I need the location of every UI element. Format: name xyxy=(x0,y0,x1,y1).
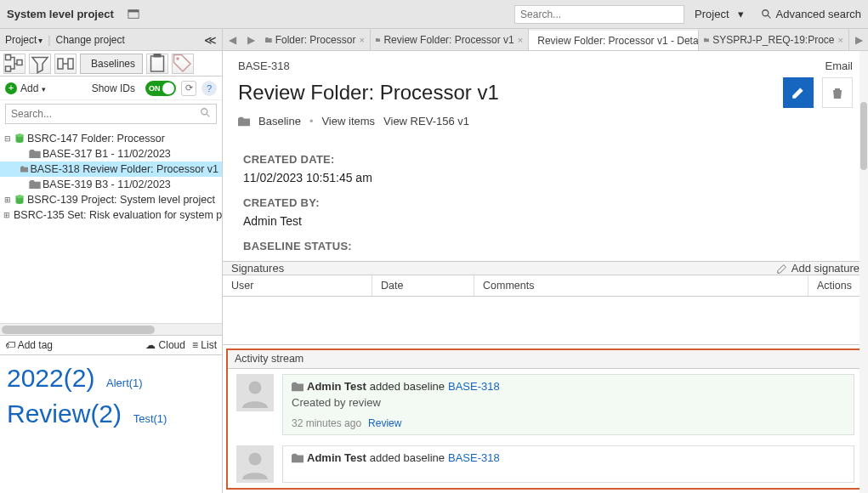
delete-button[interactable] xyxy=(822,77,853,108)
svg-rect-5 xyxy=(6,66,11,71)
tree-label: BSRC-139 Project: System level project xyxy=(27,194,215,206)
svg-line-14 xyxy=(207,114,210,117)
tag-toolbar: 🏷 Add tag ☁ Cloud ≡ List xyxy=(0,335,222,355)
crumb-baseline[interactable]: Baseline xyxy=(258,115,301,128)
tag-cloud-button[interactable]: ☁ Cloud xyxy=(145,339,185,351)
tab[interactable]: Review Folder: Processor v1× xyxy=(371,29,529,50)
activity-item: Admin Test added baseline BASE-318 xyxy=(228,440,863,488)
tree-row[interactable]: ⊞ BSRC-139 Project: System level project xyxy=(0,192,222,207)
tree-label: BASE-319 B3 - 11/02/2023 xyxy=(43,178,171,190)
refresh-icon[interactable]: ⟳ xyxy=(181,81,196,96)
tree-label: BASE-318 Review Folder: Processor v1 xyxy=(30,163,218,175)
tool-clipboard-icon[interactable] xyxy=(146,54,168,74)
activity-review-link[interactable]: Review xyxy=(368,417,401,429)
content-scrollbar[interactable] xyxy=(859,51,868,493)
folder-icon xyxy=(292,382,304,392)
collapse-sidebar-icon[interactable]: ≪ xyxy=(204,33,217,47)
search-icon xyxy=(200,107,212,122)
signatures-columns: User Date Comments Actions xyxy=(223,275,868,297)
svg-rect-1 xyxy=(128,9,139,12)
project-dropdown[interactable]: Project▾ xyxy=(5,34,43,46)
show-ids-toggle[interactable]: ON xyxy=(145,81,176,96)
sidebar: Project▾ | Change project ≪ Baselines + … xyxy=(0,29,223,493)
tree-row[interactable]: ⊞ BSRC-135 Set: Risk evaluation for syst… xyxy=(0,207,222,223)
sidebar-toolbar: Baselines xyxy=(0,51,222,76)
activity-time: 32 minutes ago xyxy=(292,417,361,429)
tag-review[interactable]: Review(2) xyxy=(7,400,122,428)
tool-releases-icon[interactable] xyxy=(54,54,77,74)
add-signature-link[interactable]: Add signature xyxy=(776,262,859,275)
col-comments: Comments xyxy=(474,275,808,296)
tool-tag-icon[interactable] xyxy=(172,54,194,74)
svg-rect-6 xyxy=(17,60,22,65)
breadcrumb: Baseline • View items View REV-156 v1 xyxy=(223,115,868,138)
tab-label: Folder: Processor xyxy=(275,34,356,46)
activity-target-link[interactable]: BASE-318 xyxy=(448,451,500,464)
tree-row[interactable]: ⊟ BSRC-147 Folder: Processor xyxy=(0,131,222,146)
activity-body: Admin Test added baseline BASE-318 xyxy=(282,445,854,483)
expander-icon[interactable]: ⊟ xyxy=(3,134,12,143)
tab[interactable]: SYSPRJ-P_REQ-19:Proce× xyxy=(699,29,849,50)
window-icon[interactable] xyxy=(128,8,139,20)
tag-test[interactable]: Test(1) xyxy=(133,412,167,425)
folder-icon xyxy=(704,36,709,44)
activity-stream-panel: Activity stream Admin Test added baselin… xyxy=(226,348,865,490)
avatar xyxy=(236,374,274,411)
close-icon[interactable]: × xyxy=(838,35,843,45)
close-icon[interactable]: × xyxy=(518,35,523,45)
crumb-view-rev[interactable]: View REV-156 v1 xyxy=(383,115,469,128)
add-button[interactable]: Add ▾ xyxy=(20,82,46,94)
svg-rect-8 xyxy=(68,59,73,69)
help-icon[interactable]: ? xyxy=(201,81,217,96)
advanced-search-link[interactable]: Advanced search xyxy=(757,8,861,20)
tag-list-button[interactable]: ≡ List xyxy=(192,339,217,351)
email-link[interactable]: Email xyxy=(825,60,853,72)
tab-scroll-right[interactable]: ▶ xyxy=(241,29,260,50)
activity-item: Admin Test added baseline BASE-318 Creat… xyxy=(228,369,863,440)
tag-alert[interactable]: Alert(1) xyxy=(106,377,143,389)
add-tag-link[interactable]: 🏷 Add tag xyxy=(5,339,53,351)
tab-scroll-right-end[interactable]: ▶ xyxy=(849,29,868,50)
main-panel: ◀ ▶ Folder: Processor×Review Folder: Pro… xyxy=(223,29,868,493)
add-plus-icon[interactable]: + xyxy=(5,82,17,94)
tool-filter-icon[interactable] xyxy=(29,54,51,74)
sidebar-search-input[interactable] xyxy=(5,104,217,124)
show-ids-label: Show IDs xyxy=(92,82,135,94)
tab-bar: ◀ ▶ Folder: Processor×Review Folder: Pro… xyxy=(223,29,868,51)
tab-label: SYSPRJ-P_REQ-19:Proce xyxy=(712,34,834,46)
tree-label: BASE-317 B1 - 11/02/2023 xyxy=(43,148,171,160)
activity-body: Admin Test added baseline BASE-318 Creat… xyxy=(282,374,854,435)
tool-baselines-button[interactable]: Baselines xyxy=(80,54,143,74)
sidebar-project-row: Project▾ | Change project ≪ xyxy=(0,29,222,51)
global-search-input[interactable] xyxy=(514,5,684,24)
baseline-status-label: BASELINE STATUS: xyxy=(243,240,848,252)
activity-note: Created by review xyxy=(292,396,845,409)
tree-label: BSRC-147 Folder: Processor xyxy=(27,133,165,144)
tag-2022[interactable]: 2022(2) xyxy=(7,364,94,393)
col-user: User xyxy=(223,275,372,296)
search-scope-dropdown[interactable]: Project ▾ xyxy=(689,8,748,20)
created-by-value: Admin Test xyxy=(243,214,848,228)
created-date-value: 11/02/2023 10:51:45 am xyxy=(243,171,848,184)
tab[interactable]: Review Folder: Processor v1 - Details× xyxy=(529,29,699,50)
svg-point-16 xyxy=(16,133,24,137)
signatures-body xyxy=(223,297,868,345)
expander-icon[interactable]: ⊞ xyxy=(3,196,12,204)
tree-scrollbar[interactable] xyxy=(0,323,222,335)
close-icon[interactable]: × xyxy=(359,35,364,45)
tab-scroll-left[interactable]: ◀ xyxy=(223,29,241,50)
tab[interactable]: Folder: Processor× xyxy=(260,29,371,50)
crumb-view-items[interactable]: View items xyxy=(321,115,375,128)
tag-cloud: 2022(2) Alert(1) Review(2) Test(1) xyxy=(0,355,222,437)
baseline-tree: ⊟ BSRC-147 Folder: Processor BASE-317 B1… xyxy=(0,128,222,323)
app-title: System level project xyxy=(7,8,114,20)
activity-target-link[interactable]: BASE-318 xyxy=(448,380,500,393)
svg-point-18 xyxy=(16,195,24,198)
tree-row[interactable]: BASE-319 B3 - 11/02/2023 xyxy=(0,177,222,192)
change-project-link[interactable]: Change project xyxy=(55,34,124,46)
tree-row[interactable]: BASE-318 Review Folder: Processor v1 xyxy=(0,162,222,177)
tool-tree-icon[interactable] xyxy=(3,54,26,74)
expander-icon[interactable]: ⊞ xyxy=(3,211,10,219)
tree-row[interactable]: BASE-317 B1 - 11/02/2023 xyxy=(0,146,222,162)
edit-button[interactable] xyxy=(783,77,814,108)
